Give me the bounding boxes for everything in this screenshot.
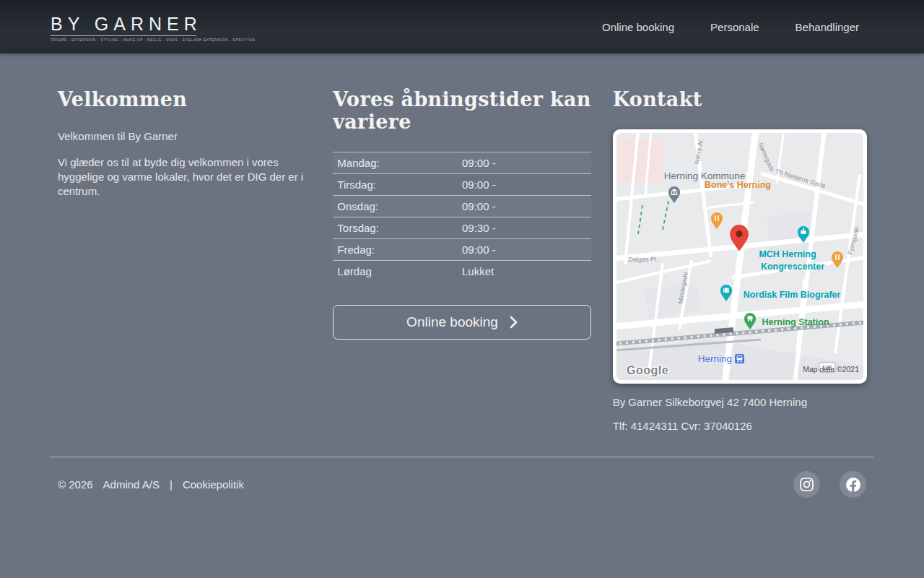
online-booking-button-label: Online booking xyxy=(406,314,498,330)
site-footer: © 2026 Admind A/S | Cookiepolitik xyxy=(51,457,873,498)
poi-label-station: Herning Station xyxy=(762,317,829,327)
time-value: Lukket xyxy=(462,261,591,282)
welcome-paragraph-2: Vi glæder os til at byde dig velkommen i… xyxy=(58,155,311,199)
cookie-policy-link[interactable]: Cookiepolitik xyxy=(183,478,244,491)
time-value: 09:00 - xyxy=(462,152,591,174)
logo-tagline: FRISØR - EXTENSION - STYLING - MAKE UP -… xyxy=(51,38,196,42)
time-value: 09:00 - xyxy=(462,196,591,217)
facebook-button[interactable] xyxy=(840,471,866,498)
main-nav: Online booking Personale Behandlinger xyxy=(602,21,859,33)
facebook-icon xyxy=(845,477,861,493)
online-booking-button[interactable]: Online booking xyxy=(333,305,590,340)
logo[interactable]: BY GARNER FRISØR - EXTENSION - STYLING -… xyxy=(51,14,202,42)
welcome-section: Velkommen Velkommen til By Garner Vi glæ… xyxy=(53,88,311,432)
table-row: Tirsdag: 09:00 - xyxy=(333,174,590,196)
social-links xyxy=(793,471,873,498)
google-map-embed[interactable]: Nørre Al. Nørregade Th Nielsens Gade Fyn… xyxy=(613,129,867,384)
time-value: 09:00 - xyxy=(462,174,591,196)
poi-label-nordisk: Nordisk Film Biografer xyxy=(743,290,840,300)
company-link[interactable]: Admind A/S xyxy=(103,478,160,491)
train-station-icon xyxy=(735,354,744,363)
day-label: Lørdag xyxy=(333,261,462,282)
hours-section: Vores åbningstider kan variere Mandag: 0… xyxy=(333,88,590,432)
time-value: 09:30 - xyxy=(462,217,591,239)
day-label: Fredag: xyxy=(333,239,462,261)
site-header: BY GARNER FRISØR - EXTENSION - STYLING -… xyxy=(0,0,924,53)
table-row: Fredag: 09:00 - xyxy=(333,239,590,261)
street-label: Dalgas Pl. xyxy=(628,256,658,263)
footer-meta: © 2026 Admind A/S | Cookiepolitik xyxy=(51,478,244,491)
poi-label-mch-1: MCH Herning xyxy=(759,249,816,259)
nav-item-personale[interactable]: Personale xyxy=(710,21,759,33)
day-label: Onsdag: xyxy=(333,196,462,217)
nav-item-online-booking[interactable]: Online booking xyxy=(602,21,674,33)
day-label: Torsdag: xyxy=(333,217,462,239)
contact-title: Kontakt xyxy=(613,88,871,111)
chevron-right-icon xyxy=(510,316,518,329)
footer-separator: | xyxy=(170,478,173,491)
logo-title: BY GARNER xyxy=(51,14,202,33)
map-canvas: Nørre Al. Nørregade Th Nielsens Gade Fyn… xyxy=(616,133,863,380)
time-value: 09:00 - xyxy=(462,239,591,261)
table-row: Onsdag: 09:00 - xyxy=(333,196,590,217)
contact-address: By Garner Silkeborgvej 42 7400 Herning xyxy=(613,396,871,408)
table-row: Lørdag Lukket xyxy=(333,261,590,282)
map-building-pink xyxy=(618,140,663,182)
opening-hours-table: Mandag: 09:00 - Tirsdag: 09:00 - Onsdag:… xyxy=(333,152,590,282)
main-content: Velkommen Velkommen til By Garner Vi glæ… xyxy=(0,88,924,432)
poi-label-bones: Bone's Herning xyxy=(705,180,771,190)
nav-item-behandlinger[interactable]: Behandlinger xyxy=(796,21,859,33)
map-attribution: Map data ©2021 xyxy=(803,365,859,374)
welcome-title: Velkommen xyxy=(58,88,311,111)
table-row: Torsdag: 09:30 - xyxy=(333,217,590,239)
poi-label-mch-2: Kongrescenter xyxy=(761,262,824,272)
day-label: Tirsdag: xyxy=(333,174,462,196)
instagram-icon xyxy=(799,477,814,492)
welcome-paragraph-1: Velkommen til By Garner xyxy=(58,129,311,144)
hours-title: Vores åbningstider kan variere xyxy=(333,88,590,133)
table-row: Mandag: 09:00 - xyxy=(333,152,590,174)
logo-divider xyxy=(51,35,196,36)
copyright-text: © 2026 xyxy=(58,478,93,491)
google-logo: Google xyxy=(627,364,668,376)
day-label: Mandag: xyxy=(333,152,462,174)
contact-phone-cvr: Tlf: 41424311 Cvr: 37040126 xyxy=(613,420,871,432)
map-label-city: Herning xyxy=(697,353,731,364)
instagram-button[interactable] xyxy=(793,471,820,498)
contact-section: Kontakt xyxy=(613,88,871,432)
